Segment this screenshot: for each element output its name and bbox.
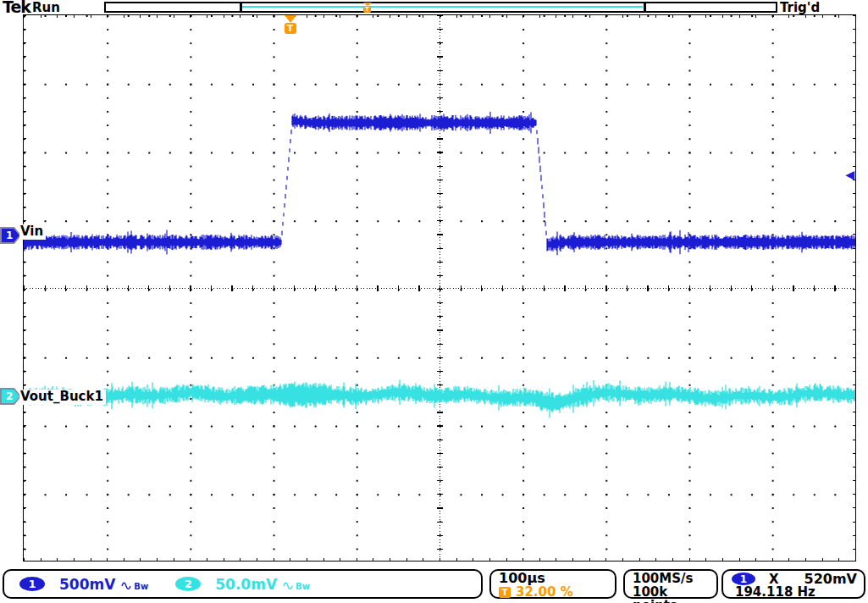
ch2-label: Vout_Buck1	[19, 390, 106, 405]
ac-coupling-icon	[121, 581, 133, 591]
record-window-line	[241, 6, 643, 8]
acquisition-status: Run	[32, 0, 60, 15]
timebase-value: 100µs	[499, 572, 615, 585]
vertical-scale-readout[interactable]: 1 500mV Bw 2 50.0mV Bw	[3, 569, 483, 599]
ch1-scale: 500mV	[59, 576, 115, 593]
graticule: T ◀	[23, 14, 856, 562]
trigger-frequency: 194.118 Hz	[735, 586, 857, 599]
trigger-level-arrow-icon[interactable]: ◀	[845, 169, 854, 180]
trigger-t-icon: T	[499, 587, 511, 598]
trigger-source-badge: 1	[732, 573, 755, 585]
bandwidth-limit-icon: Bw	[296, 583, 310, 591]
ac-coupling-icon	[283, 581, 295, 591]
ch2-badge: 2	[175, 577, 201, 591]
trigger-readout[interactable]: 1 X 520mV 194.118 Hz	[721, 569, 865, 599]
window-left-bracket	[240, 3, 242, 11]
sample-rate: 100MS/s	[633, 572, 716, 585]
record-position-bar[interactable]: T	[104, 2, 777, 13]
horizontal-readout[interactable]: 100µs T 32.00 %	[489, 569, 616, 599]
ch1-badge: 1	[19, 577, 45, 591]
waveform-plot	[24, 15, 855, 561]
record-length: 100k points	[633, 585, 716, 603]
trigger-t-icon: T	[285, 23, 296, 34]
ch1-ground-marker[interactable]: 1	[0, 227, 21, 244]
acquisition-readout[interactable]: 100MS/s 100k points	[623, 569, 718, 599]
trigger-t-icon: T	[363, 6, 371, 13]
ch1-coupling-bandwidth-icons: Bw	[121, 578, 148, 591]
window-right-bracket	[644, 3, 646, 11]
trigger-status: Trig'd	[780, 0, 820, 15]
record-trigger-marker[interactable]: T	[362, 3, 372, 13]
oscilloscope-screen: Tek Run T Trig'd T ◀ 1	[0, 0, 868, 603]
ch2-ground-marker[interactable]: 2	[0, 388, 21, 405]
bandwidth-limit-icon: Bw	[134, 583, 148, 591]
ch2-coupling-bandwidth-icons: Bw	[283, 578, 310, 591]
trigger-triangle-icon	[285, 15, 296, 23]
waveform-ch1-vin	[24, 112, 855, 255]
trigger-position-marker[interactable]: T	[284, 15, 296, 34]
ch2-scale: 50.0mV	[215, 576, 277, 593]
trigger-position-percent: 32.00 %	[516, 586, 573, 598]
waveform-ch2-vout	[24, 380, 855, 418]
ch1-label: Vin	[19, 224, 46, 240]
